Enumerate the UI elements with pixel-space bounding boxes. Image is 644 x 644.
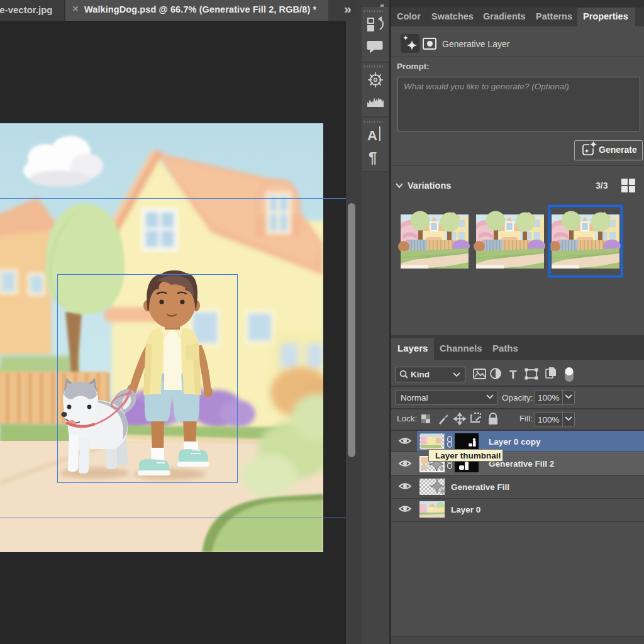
svg-text:A: A [367,128,377,143]
svg-text:T: T [509,368,517,381]
svg-text:¶: ¶ [369,149,377,166]
